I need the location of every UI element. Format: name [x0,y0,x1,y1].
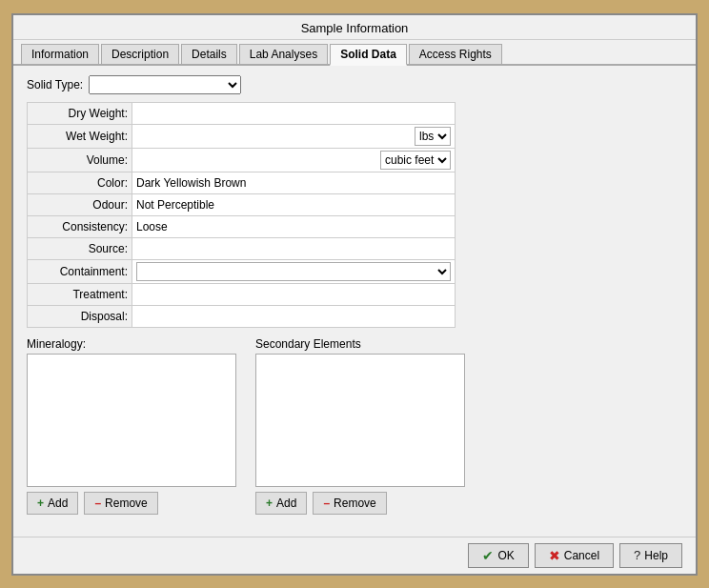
table-row: Disposal: [28,305,456,327]
add-label: Add [48,497,68,510]
table-row: Dry Weight: [28,102,456,124]
table-row: Source: [28,237,456,259]
lists-row: Mineralogy: + Add – Remove Secondary Ele… [27,337,682,515]
table-row: Treatment: [28,283,456,305]
cancel-button[interactable]: ✖ Cancel [535,543,614,568]
plus-icon: + [37,497,44,510]
mineralogy-listbox[interactable] [27,354,236,487]
form-table: Dry Weight: Wet Weight: lbs kg [27,102,456,328]
volume-label: Volume: [28,148,132,172]
secondary-elements-group: Secondary Elements + Add – Remove [255,337,465,515]
table-row: Wet Weight: lbs kg [28,124,456,148]
ok-button[interactable]: ✔ OK [468,543,528,568]
source-value [132,237,456,259]
wet-weight-input[interactable] [136,128,413,145]
secondary-elements-buttons: + Add – Remove [255,492,465,515]
secondary-elements-label: Secondary Elements [255,337,465,351]
disposal-value [132,305,456,327]
color-input[interactable] [136,174,451,192]
dialog: Sample Information Information Descripti… [11,13,698,576]
tab-solid-data[interactable]: Solid Data [330,44,407,66]
tab-details[interactable]: Details [181,44,237,64]
source-label: Source: [28,237,132,259]
help-label: Help [644,549,668,562]
secondary-add-button[interactable]: + Add [255,492,307,515]
volume-value: cubic feet liters [132,148,456,172]
remove-label: Remove [105,497,148,510]
mineralogy-label: Mineralogy: [27,337,236,351]
add-label: Add [276,497,296,510]
footer: ✔ OK ✖ Cancel ? Help [13,537,696,574]
table-row: Consistency: [28,215,456,237]
secondary-elements-listbox[interactable] [255,354,465,487]
content-area: Solid Type: Dry Weight: Wet Weight: lbs … [13,66,696,537]
consistency-label: Consistency: [28,215,132,237]
question-icon: ? [634,548,640,562]
mineralogy-group: Mineralogy: + Add – Remove [27,337,236,515]
minus-icon: – [323,497,330,510]
odour-label: Odour: [28,193,132,215]
color-value [132,172,456,193]
table-row: Containment: [28,259,456,283]
table-row: Volume: cubic feet liters [28,148,456,172]
dry-weight-input[interactable] [136,105,451,122]
dry-weight-label: Dry Weight: [28,102,132,124]
tab-description[interactable]: Description [101,44,179,64]
odour-input[interactable] [136,196,451,213]
treatment-input[interactable] [136,286,451,303]
tabs: Information Description Details Lab Anal… [13,40,696,66]
secondary-remove-button[interactable]: – Remove [313,492,386,515]
odour-value [132,193,456,215]
mineralogy-remove-button[interactable]: – Remove [84,492,157,515]
wet-weight-value: lbs kg [132,124,456,148]
help-button[interactable]: ? Help [619,543,682,568]
cancel-label: Cancel [564,549,599,562]
ok-label: OK [497,549,514,562]
tab-lab-analyses[interactable]: Lab Analyses [239,44,328,64]
volume-input[interactable] [136,152,378,169]
table-row: Color: [28,172,456,193]
disposal-label: Disposal: [28,305,132,327]
containment-select[interactable] [136,262,451,281]
treatment-value [132,283,456,305]
x-icon: ✖ [549,548,560,563]
solid-type-row: Solid Type: [27,75,682,94]
minus-icon: – [94,497,101,510]
color-label: Color: [28,172,132,193]
plus-icon: + [266,497,273,510]
table-row: Odour: [28,193,456,215]
treatment-label: Treatment: [28,283,132,305]
consistency-value [132,215,456,237]
checkmark-icon: ✔ [482,548,494,563]
tab-access-rights[interactable]: Access Rights [409,44,502,64]
wet-weight-unit-select[interactable]: lbs kg [415,127,451,146]
solid-type-select[interactable] [89,75,241,94]
tab-information[interactable]: Information [21,44,99,64]
source-input[interactable] [136,240,451,257]
dialog-title: Sample Information [13,15,696,40]
mineralogy-add-button[interactable]: + Add [27,492,78,515]
solid-type-label: Solid Type: [27,78,83,91]
mineralogy-buttons: + Add – Remove [27,492,236,515]
consistency-input[interactable] [136,218,451,235]
dry-weight-value [132,102,456,124]
containment-label: Containment: [28,259,132,283]
disposal-input[interactable] [136,308,451,325]
containment-value [132,259,456,283]
wet-weight-label: Wet Weight: [28,124,132,148]
volume-unit-select[interactable]: cubic feet liters [380,151,451,170]
remove-label: Remove [334,497,376,510]
